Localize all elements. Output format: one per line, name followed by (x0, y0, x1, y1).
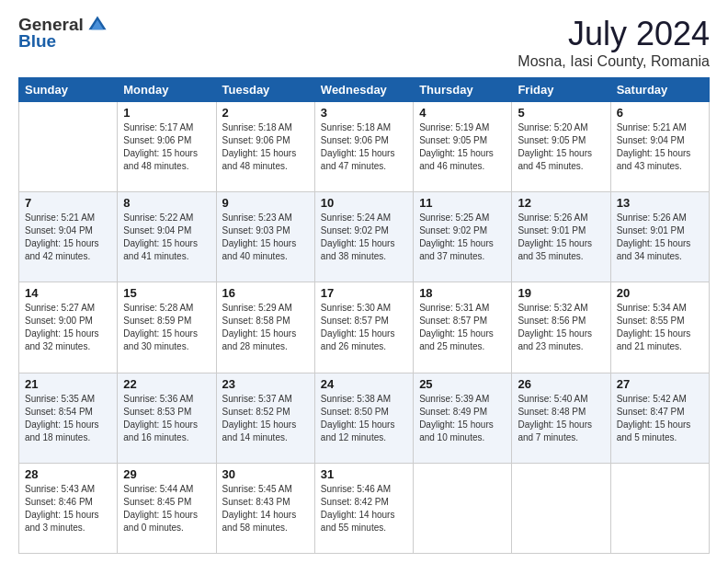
day-info: Sunrise: 5:39 AMSunset: 8:49 PMDaylight:… (419, 393, 506, 444)
day-info: Sunrise: 5:25 AMSunset: 9:02 PMDaylight:… (419, 212, 506, 263)
table-row: 7Sunrise: 5:21 AMSunset: 9:04 PMDaylight… (19, 192, 118, 282)
day-number: 12 (518, 196, 604, 210)
day-number: 25 (419, 377, 506, 391)
table-row: 24Sunrise: 5:38 AMSunset: 8:50 PMDayligh… (314, 373, 413, 463)
day-number: 26 (518, 377, 604, 391)
page: General Blue July 2024 Mosna, Iasi Count… (0, 0, 728, 563)
table-row: 4Sunrise: 5:19 AMSunset: 9:05 PMDaylight… (414, 102, 512, 192)
table-row: 16Sunrise: 5:29 AMSunset: 8:58 PMDayligh… (216, 282, 314, 373)
day-number: 4 (419, 106, 506, 120)
table-row (414, 463, 512, 553)
day-info: Sunrise: 5:34 AMSunset: 8:55 PMDaylight:… (617, 302, 703, 353)
calendar-week-row: 7Sunrise: 5:21 AMSunset: 9:04 PMDaylight… (19, 192, 710, 282)
day-info: Sunrise: 5:40 AMSunset: 8:48 PMDaylight:… (518, 393, 604, 444)
table-row: 20Sunrise: 5:34 AMSunset: 8:55 PMDayligh… (610, 282, 709, 373)
day-info: Sunrise: 5:29 AMSunset: 8:58 PMDaylight:… (222, 302, 309, 353)
table-row: 18Sunrise: 5:31 AMSunset: 8:57 PMDayligh… (414, 282, 512, 373)
day-info: Sunrise: 5:24 AMSunset: 9:02 PMDaylight:… (321, 212, 407, 263)
col-wednesday: Wednesday (314, 78, 413, 102)
header: General Blue July 2024 Mosna, Iasi Count… (18, 15, 710, 70)
table-row: 22Sunrise: 5:36 AMSunset: 8:53 PMDayligh… (118, 373, 216, 463)
table-row: 17Sunrise: 5:30 AMSunset: 8:57 PMDayligh… (314, 282, 413, 373)
day-number: 29 (123, 467, 210, 481)
day-info: Sunrise: 5:21 AMSunset: 9:04 PMDaylight:… (25, 212, 111, 263)
calendar-week-row: 1Sunrise: 5:17 AMSunset: 9:06 PMDaylight… (19, 102, 710, 192)
day-info: Sunrise: 5:23 AMSunset: 9:03 PMDaylight:… (222, 212, 309, 263)
table-row: 25Sunrise: 5:39 AMSunset: 8:49 PMDayligh… (414, 373, 512, 463)
table-row (19, 102, 118, 192)
table-row: 13Sunrise: 5:26 AMSunset: 9:01 PMDayligh… (610, 192, 709, 282)
day-number: 23 (222, 377, 309, 391)
table-row: 1Sunrise: 5:17 AMSunset: 9:06 PMDaylight… (118, 102, 216, 192)
day-number: 28 (25, 467, 111, 481)
table-row: 15Sunrise: 5:28 AMSunset: 8:59 PMDayligh… (118, 282, 216, 373)
table-row: 19Sunrise: 5:32 AMSunset: 8:56 PMDayligh… (512, 282, 610, 373)
day-info: Sunrise: 5:46 AMSunset: 8:42 PMDaylight:… (321, 483, 407, 534)
day-number: 15 (123, 286, 210, 300)
day-number: 11 (419, 196, 506, 210)
month-title: July 2024 (518, 15, 710, 53)
day-number: 6 (617, 106, 703, 120)
day-info: Sunrise: 5:26 AMSunset: 9:01 PMDaylight:… (518, 212, 604, 263)
calendar-header-row: Sunday Monday Tuesday Wednesday Thursday… (19, 78, 710, 102)
day-info: Sunrise: 5:45 AMSunset: 8:43 PMDaylight:… (222, 483, 309, 534)
table-row: 3Sunrise: 5:18 AMSunset: 9:06 PMDaylight… (314, 102, 413, 192)
table-row: 11Sunrise: 5:25 AMSunset: 9:02 PMDayligh… (414, 192, 512, 282)
day-info: Sunrise: 5:32 AMSunset: 8:56 PMDaylight:… (518, 302, 604, 353)
day-number: 19 (518, 286, 604, 300)
day-number: 13 (617, 196, 703, 210)
table-row: 21Sunrise: 5:35 AMSunset: 8:54 PMDayligh… (19, 373, 118, 463)
day-info: Sunrise: 5:38 AMSunset: 8:50 PMDaylight:… (321, 393, 407, 444)
table-row: 23Sunrise: 5:37 AMSunset: 8:52 PMDayligh… (216, 373, 314, 463)
table-row: 26Sunrise: 5:40 AMSunset: 8:48 PMDayligh… (512, 373, 610, 463)
table-row: 14Sunrise: 5:27 AMSunset: 9:00 PMDayligh… (19, 282, 118, 373)
day-info: Sunrise: 5:43 AMSunset: 8:46 PMDaylight:… (25, 483, 111, 534)
day-number: 20 (617, 286, 703, 300)
table-row: 8Sunrise: 5:22 AMSunset: 9:04 PMDaylight… (118, 192, 216, 282)
col-friday: Friday (512, 78, 610, 102)
day-info: Sunrise: 5:19 AMSunset: 9:05 PMDaylight:… (419, 121, 506, 173)
table-row: 12Sunrise: 5:26 AMSunset: 9:01 PMDayligh… (512, 192, 610, 282)
day-number: 5 (518, 106, 604, 120)
table-row: 29Sunrise: 5:44 AMSunset: 8:45 PMDayligh… (118, 463, 216, 553)
day-info: Sunrise: 5:36 AMSunset: 8:53 PMDaylight:… (123, 393, 210, 444)
day-number: 14 (25, 286, 111, 300)
day-info: Sunrise: 5:30 AMSunset: 8:57 PMDaylight:… (321, 302, 407, 353)
day-number: 2 (222, 106, 309, 120)
day-info: Sunrise: 5:37 AMSunset: 8:52 PMDaylight:… (222, 393, 309, 444)
day-info: Sunrise: 5:26 AMSunset: 9:01 PMDaylight:… (617, 212, 703, 263)
day-number: 9 (222, 196, 309, 210)
table-row: 10Sunrise: 5:24 AMSunset: 9:02 PMDayligh… (314, 192, 413, 282)
table-row (610, 463, 709, 553)
day-info: Sunrise: 5:35 AMSunset: 8:54 PMDaylight:… (25, 393, 111, 444)
logo: General Blue (18, 15, 108, 52)
day-number: 22 (123, 377, 210, 391)
day-number: 7 (25, 196, 111, 210)
day-number: 3 (321, 106, 407, 120)
day-number: 21 (25, 377, 111, 391)
calendar-table: Sunday Monday Tuesday Wednesday Thursday… (18, 77, 710, 554)
day-info: Sunrise: 5:21 AMSunset: 9:04 PMDaylight:… (617, 121, 703, 173)
day-number: 1 (123, 106, 210, 120)
day-number: 31 (321, 467, 407, 481)
day-number: 30 (222, 467, 309, 481)
day-number: 10 (321, 196, 407, 210)
calendar-week-row: 14Sunrise: 5:27 AMSunset: 9:00 PMDayligh… (19, 282, 710, 373)
calendar-week-row: 28Sunrise: 5:43 AMSunset: 8:46 PMDayligh… (19, 463, 710, 553)
logo-blue: Blue (18, 31, 56, 52)
calendar-week-row: 21Sunrise: 5:35 AMSunset: 8:54 PMDayligh… (19, 373, 710, 463)
day-info: Sunrise: 5:31 AMSunset: 8:57 PMDaylight:… (419, 302, 506, 353)
table-row: 6Sunrise: 5:21 AMSunset: 9:04 PMDaylight… (610, 102, 709, 192)
table-row: 5Sunrise: 5:20 AMSunset: 9:05 PMDaylight… (512, 102, 610, 192)
col-thursday: Thursday (414, 78, 512, 102)
logo-icon (87, 15, 108, 35)
day-info: Sunrise: 5:28 AMSunset: 8:59 PMDaylight:… (123, 302, 210, 353)
day-info: Sunrise: 5:22 AMSunset: 9:04 PMDaylight:… (123, 212, 210, 263)
day-info: Sunrise: 5:17 AMSunset: 9:06 PMDaylight:… (123, 121, 210, 173)
day-number: 8 (123, 196, 210, 210)
day-info: Sunrise: 5:20 AMSunset: 9:05 PMDaylight:… (518, 121, 604, 173)
col-tuesday: Tuesday (216, 78, 314, 102)
day-number: 16 (222, 286, 309, 300)
col-monday: Monday (118, 78, 216, 102)
day-number: 18 (419, 286, 506, 300)
